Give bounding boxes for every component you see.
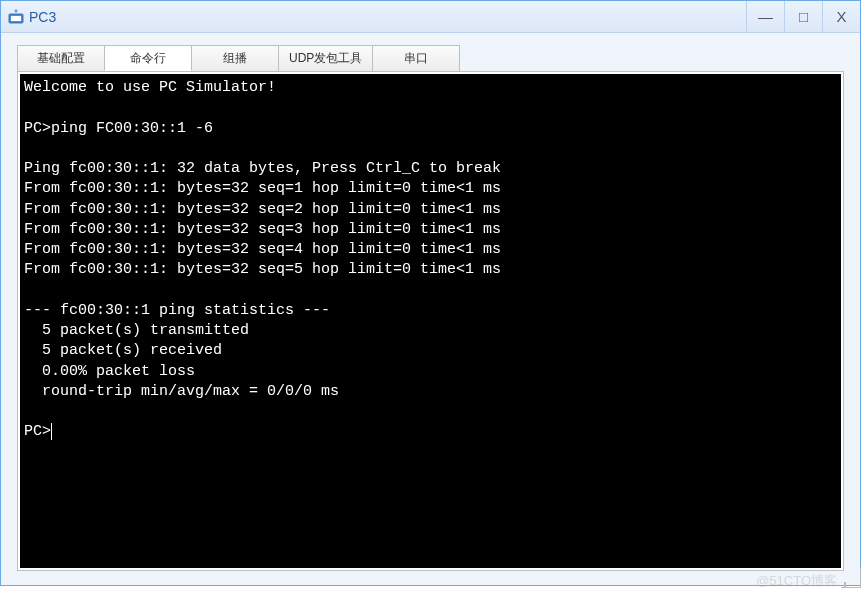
- cursor-icon: [51, 423, 52, 440]
- minimize-button[interactable]: —: [746, 1, 784, 32]
- terminal-line: From fc00:30::1: bytes=32 seq=2 hop limi…: [24, 201, 501, 218]
- tabbar: 基础配置 命令行 组播 UDP发包工具 串口: [17, 45, 860, 71]
- terminal-line: From fc00:30::1: bytes=32 seq=4 hop limi…: [24, 241, 501, 258]
- tab-command-line[interactable]: 命令行: [104, 45, 192, 71]
- terminal-line: PC>: [24, 423, 51, 440]
- terminal-line: PC>ping FC00:30::1 -6: [24, 120, 213, 137]
- titlebar: PC3 — □ X: [1, 1, 860, 33]
- tab-basic-config[interactable]: 基础配置: [17, 45, 105, 71]
- tab-multicast[interactable]: 组播: [191, 45, 279, 71]
- terminal-line: 5 packet(s) received: [24, 342, 222, 359]
- terminal-line: Welcome to use PC Simulator!: [24, 79, 276, 96]
- svg-rect-1: [11, 16, 21, 21]
- terminal-line: From fc00:30::1: bytes=32 seq=1 hop limi…: [24, 180, 501, 197]
- terminal-line: round-trip min/avg/max = 0/0/0 ms: [24, 383, 339, 400]
- terminal-line: --- fc00:30::1 ping statistics ---: [24, 302, 330, 319]
- tab-udp-tool[interactable]: UDP发包工具: [278, 45, 373, 71]
- window-controls: — □ X: [746, 1, 860, 32]
- terminal-line: From fc00:30::1: bytes=32 seq=5 hop limi…: [24, 261, 501, 278]
- terminal-line: From fc00:30::1: bytes=32 seq=3 hop limi…: [24, 221, 501, 238]
- close-button[interactable]: X: [822, 1, 860, 32]
- terminal[interactable]: Welcome to use PC Simulator! PC>ping FC0…: [20, 74, 841, 568]
- terminal-line: 5 packet(s) transmitted: [24, 322, 249, 339]
- maximize-button[interactable]: □: [784, 1, 822, 32]
- tab-serial[interactable]: 串口: [372, 45, 460, 71]
- window-title: PC3: [29, 9, 746, 25]
- terminal-line: Ping fc00:30::1: 32 data bytes, Press Ct…: [24, 160, 501, 177]
- terminal-container: Welcome to use PC Simulator! PC>ping FC0…: [17, 71, 844, 571]
- app-icon: [7, 8, 25, 26]
- app-window: PC3 — □ X 基础配置 命令行 组播 UDP发包工具 串口 Welcome…: [0, 0, 861, 586]
- terminal-line: 0.00% packet loss: [24, 363, 195, 380]
